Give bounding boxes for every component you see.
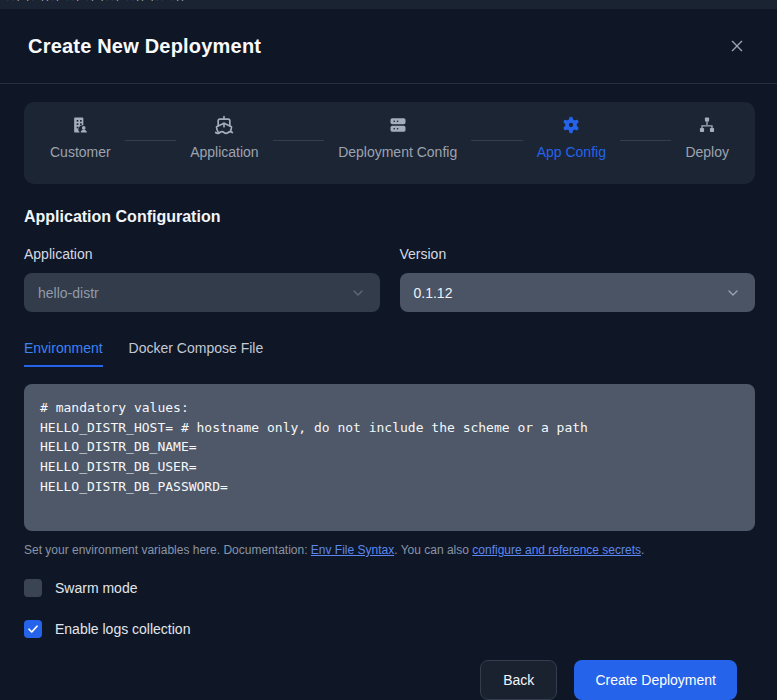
step-application[interactable]: Application [190,115,259,160]
network-icon [697,115,717,135]
dialog-footer: Back Create Deployment [24,638,755,700]
check-icon [27,623,39,635]
chevron-down-icon [350,285,366,301]
swarm-mode-row: Swarm mode [24,579,755,597]
background-page-strip: ··∙ ∙· ∙∙·∙ ··∙ ·∙ ∙··∙ ··∙∙ ∙·· ·∙∙ [0,0,777,9]
step-deployment-config[interactable]: Deployment Config [338,115,457,160]
tab-environment[interactable]: Environment [24,340,103,367]
enable-logs-checkbox[interactable] [24,620,42,638]
enable-logs-row: Enable logs collection [24,620,755,638]
version-label: Version [400,246,756,262]
version-select[interactable]: 0.1.12 [400,273,756,312]
step-label: Deployment Config [338,144,457,160]
deployment-stepper: Customer Application [24,102,755,184]
step-label: Customer [50,144,111,160]
application-label: Application [24,246,380,262]
step-app-config[interactable]: App Config [537,115,606,160]
create-deployment-button[interactable]: Create Deployment [574,660,737,700]
chevron-down-icon [725,285,741,301]
step-label: Application [190,144,259,160]
step-connector [471,140,522,141]
dialog-header: Create New Deployment [0,9,777,84]
ship-icon [214,115,234,135]
enable-logs-label: Enable logs collection [55,621,190,637]
environment-variables-editor[interactable]: # mandatory values: HELLO_DISTR_HOST= # … [24,384,755,531]
tab-docker-compose-file[interactable]: Docker Compose File [129,340,264,367]
dialog-title: Create New Deployment [28,35,261,58]
close-button[interactable] [725,34,749,58]
configure-secrets-link[interactable]: configure and reference secrets [472,543,641,557]
background-page-text-fragment: ··∙ ∙· ∙∙·∙ ··∙ ·∙ ∙··∙ ··∙∙ ∙·· ·∙∙ [6,0,186,5]
environment-helper-text: Set your environment variables here. Doc… [24,543,755,557]
step-connector [620,140,671,141]
swarm-mode-checkbox[interactable] [24,579,42,597]
version-select-value: 0.1.12 [414,285,453,301]
application-version-row: Application hello-distr Version 0.1.12 [24,246,755,312]
swarm-mode-label: Swarm mode [55,580,137,596]
step-customer[interactable]: Customer [50,115,111,160]
server-icon [388,115,408,135]
step-label: App Config [537,144,606,160]
application-select[interactable]: hello-distr [24,273,380,312]
config-tabs: Environment Docker Compose File [24,340,755,367]
step-connector [273,140,324,141]
dialog-body: Customer Application [0,84,777,700]
back-button[interactable]: Back [480,660,557,700]
step-label: Deploy [685,144,729,160]
step-connector [125,140,176,141]
env-file-syntax-link[interactable]: Env File Syntax [311,543,394,557]
gear-icon [561,115,581,135]
helper-prefix: Set your environment variables here. Doc… [24,543,311,557]
helper-suffix: . [641,543,644,557]
application-select-value: hello-distr [38,285,99,301]
building-user-icon [70,115,90,135]
helper-middle: . You can also [394,543,472,557]
section-heading: Application Configuration [24,208,755,226]
step-deploy[interactable]: Deploy [685,115,729,160]
x-icon [729,38,745,54]
create-deployment-dialog: Create New Deployment [0,9,777,700]
